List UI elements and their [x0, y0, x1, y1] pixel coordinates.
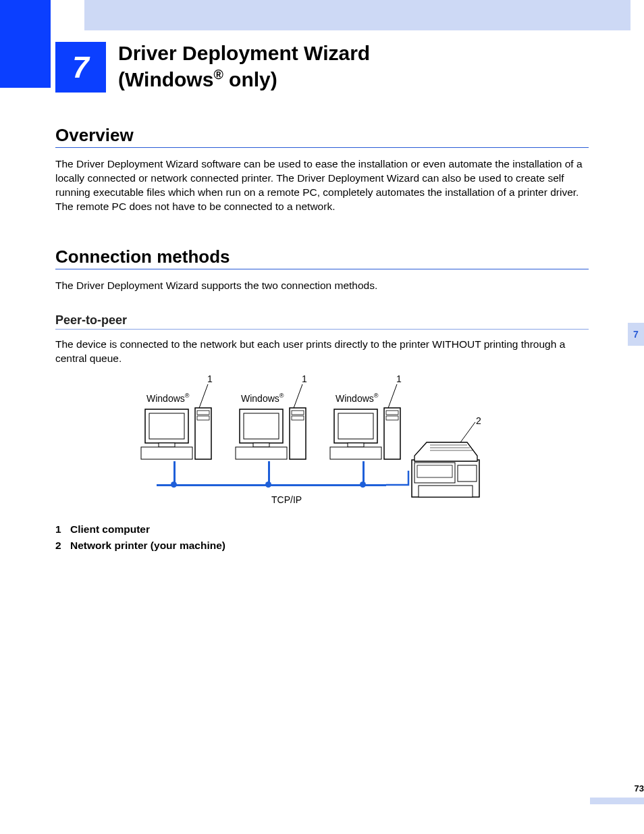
diagram-os-label-1: Windows® — [146, 392, 190, 404]
svg-rect-23 — [386, 411, 398, 415]
computer-icon-1 — [140, 407, 214, 462]
svg-rect-10 — [197, 416, 209, 420]
peer-heading: Peer-to-peer — [55, 313, 589, 330]
bus-node-2 — [265, 481, 271, 488]
network-diagram: 1 1 1 2 Windows® Windows® Windows® — [140, 376, 504, 511]
svg-rect-24 — [386, 416, 398, 420]
svg-rect-26 — [419, 486, 473, 497]
diagram-os-label-3: Windows® — [336, 392, 379, 404]
svg-rect-20 — [348, 443, 364, 447]
overview-heading: Overview — [55, 125, 589, 148]
header-bar — [84, 0, 630, 30]
legend-text-1: Client computer — [70, 523, 150, 535]
network-bus-line — [157, 484, 386, 486]
side-tab-number: 7 — [633, 329, 639, 340]
page-number-area: 73 — [590, 783, 644, 804]
connection-intro: The Driver Deployment Wizard supports th… — [55, 279, 589, 293]
diagram-legend: 1Client computer 2Network printer (your … — [55, 523, 589, 552]
side-chapter-tab: 7 — [628, 323, 644, 346]
legend-num-1: 1 — [55, 523, 70, 536]
computer-icon-3 — [329, 407, 403, 462]
page-number-strip — [590, 798, 644, 804]
diagram-os-label-2: Windows® — [241, 392, 284, 404]
chapter-title-line2-prefix: (Windows — [118, 68, 213, 90]
svg-rect-7 — [141, 447, 192, 459]
registered-mark: ® — [213, 67, 223, 82]
chapter-number: 7 — [72, 51, 88, 84]
left-accent-strip — [0, 0, 51, 88]
printer-icon — [406, 437, 487, 504]
svg-rect-6 — [159, 443, 175, 447]
chapter-title-line2-suffix: only) — [223, 68, 277, 90]
legend-item-1: 1Client computer — [55, 523, 589, 536]
bus-node-1 — [171, 481, 177, 488]
page-content: Overview The Driver Deployment Wizard so… — [55, 125, 589, 556]
bus-to-printer-line — [384, 471, 418, 498]
svg-rect-13 — [253, 443, 269, 447]
svg-rect-22 — [384, 408, 400, 459]
bus-node-3 — [360, 481, 366, 488]
diagram-callout-printer: 2 — [476, 415, 481, 426]
svg-rect-9 — [197, 411, 209, 415]
svg-rect-29 — [458, 465, 477, 481]
svg-rect-21 — [330, 447, 381, 459]
page-number: 73 — [590, 783, 644, 793]
overview-body: The Driver Deployment Wizard software ca… — [55, 157, 589, 214]
chapter-title: Driver Deployment Wizard (Windows® only) — [118, 41, 370, 92]
protocol-label: TCP/IP — [271, 494, 302, 505]
svg-rect-16 — [292, 411, 304, 415]
svg-rect-17 — [292, 416, 304, 420]
legend-text-2: Network printer (your machine) — [70, 540, 225, 551]
svg-rect-5 — [149, 413, 184, 439]
legend-num-2: 2 — [55, 540, 70, 552]
peer-body: The device is connected to the network b… — [55, 338, 589, 366]
svg-rect-15 — [290, 408, 306, 459]
computer-icon-2 — [234, 407, 308, 462]
chapter-title-line1: Driver Deployment Wizard — [118, 42, 370, 64]
svg-rect-19 — [338, 413, 373, 439]
diagram-callout-pc2: 1 — [302, 373, 307, 384]
svg-rect-28 — [417, 465, 452, 477]
svg-rect-14 — [236, 447, 287, 459]
legend-item-2: 2Network printer (your machine) — [55, 540, 589, 552]
chapter-number-box: 7 — [55, 42, 106, 93]
diagram-callout-pc1: 1 — [207, 373, 213, 384]
diagram-callout-pc3: 1 — [396, 373, 402, 384]
svg-rect-12 — [244, 413, 279, 439]
connection-heading: Connection methods — [55, 246, 589, 269]
svg-rect-8 — [195, 408, 211, 459]
